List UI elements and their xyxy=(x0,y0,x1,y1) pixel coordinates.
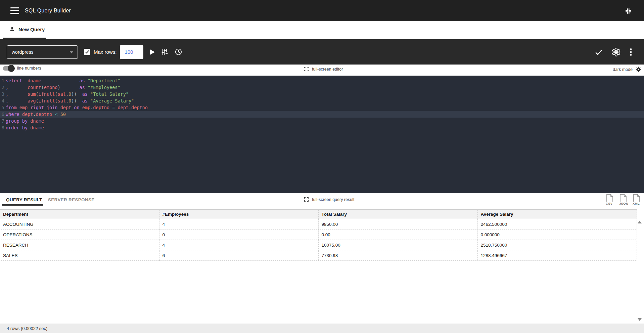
export-xml-button[interactable]: XML xyxy=(633,194,641,205)
line-number: 8 xyxy=(0,124,4,131)
table-row[interactable]: OPERATIONS00.000.000000 xyxy=(0,230,637,240)
database-select-value: wordpress xyxy=(12,49,34,55)
tab-query-result[interactable]: QUERY RESULT xyxy=(6,197,42,202)
kebab-menu-icon xyxy=(630,48,632,56)
run-query-button[interactable] xyxy=(150,49,155,55)
line-number: 3 xyxy=(0,91,4,97)
scroll-down-arrow[interactable] xyxy=(638,318,642,321)
checkmark-icon xyxy=(85,49,90,54)
active-results-tab-indicator xyxy=(2,204,43,206)
toggle-track xyxy=(3,66,14,71)
compress-window-icon[interactable] xyxy=(625,7,632,15)
row-count-status: 4 rows (0.00022 sec) xyxy=(7,326,47,331)
column-header[interactable]: Department xyxy=(0,210,159,219)
code-line[interactable]: 5from emp right join dept on emp.deptno … xyxy=(0,104,644,111)
line-numbers-toggle[interactable]: line numbers xyxy=(3,66,41,71)
menu-icon[interactable] xyxy=(10,7,19,14)
table-row[interactable]: SALES67730.981288.496667 xyxy=(0,250,637,261)
line-number: 7 xyxy=(0,118,4,124)
fullscreen-results-button[interactable]: full-screen query result xyxy=(304,197,354,202)
line-number: 6 xyxy=(0,111,4,118)
table-cell: 0.000000 xyxy=(477,230,637,240)
user-icon xyxy=(9,26,15,32)
max-rows-input[interactable] xyxy=(120,45,143,59)
max-rows-label: Max rows: xyxy=(94,49,117,55)
scroll-up-arrow[interactable] xyxy=(638,221,642,223)
code-text: , avg(ifnull(sal,0)) as "Average Salary" xyxy=(6,97,134,104)
code-lines: 1select dname as "Department"2, count(em… xyxy=(0,77,644,131)
query-result-table: Department#EmployeesTotal SalaryAverage … xyxy=(0,209,637,261)
gear-icon xyxy=(635,66,642,73)
ai-assistant-button[interactable] xyxy=(611,47,621,57)
code-text: , sum(ifnull(sal,0)) as "Total Salary" xyxy=(6,91,129,97)
code-line[interactable]: 3, sum(ifnull(sal,0)) as "Total Salary" xyxy=(0,91,644,97)
export-csv-label: CSV xyxy=(605,202,613,205)
toolbar-right-group xyxy=(594,39,644,65)
table-cell: 9850.00 xyxy=(318,219,477,230)
table-header-row: Department#EmployeesTotal SalaryAverage … xyxy=(0,210,637,219)
table-cell: ACCOUNTING xyxy=(0,219,159,230)
code-line[interactable]: 8order by dname xyxy=(0,124,644,131)
query-history-button[interactable] xyxy=(175,48,182,56)
code-text: order by dname xyxy=(6,124,44,131)
max-rows-checkbox[interactable] xyxy=(84,49,90,55)
table-cell: SALES xyxy=(0,250,159,261)
line-number: 4 xyxy=(0,97,4,104)
code-text: where dept.deptno < 50 xyxy=(6,111,66,118)
code-line[interactable]: 7group by dname xyxy=(0,118,644,124)
export-json-button[interactable]: JSON xyxy=(619,194,628,205)
line-number: 1 xyxy=(0,77,4,84)
code-text: from emp right join dept on emp.deptno =… xyxy=(6,104,148,111)
validate-query-button[interactable] xyxy=(594,48,603,56)
line-number: 2 xyxy=(0,84,4,91)
line-number: 5 xyxy=(0,104,4,111)
export-json-label: JSON xyxy=(619,202,629,205)
table-cell: OPERATIONS xyxy=(0,230,159,240)
tab-label: New Query xyxy=(18,27,45,32)
column-header[interactable]: Total Salary xyxy=(318,210,477,219)
database-select[interactable]: wordpress xyxy=(7,45,78,59)
results-bar: QUERY RESULT SERVER RESPONSE full-screen… xyxy=(0,193,644,209)
tab-new-query[interactable]: New Query xyxy=(9,26,45,32)
code-line[interactable]: 2, count(empno) as "#Employees" xyxy=(0,84,644,91)
export-csv-button[interactable]: CSV xyxy=(606,194,614,205)
code-text: select dname as "Department" xyxy=(6,77,120,84)
query-toolbar: wordpress Max rows: xyxy=(0,39,644,65)
active-tab-indicator xyxy=(3,38,46,39)
column-header[interactable]: #Employees xyxy=(159,210,318,219)
more-options-button[interactable] xyxy=(630,48,632,56)
expand-icon xyxy=(304,197,309,202)
check-icon xyxy=(594,48,603,56)
tab-bar: New Query xyxy=(0,21,644,39)
line-numbers-label: line numbers xyxy=(17,66,41,71)
app-title: SQL Query Builder xyxy=(25,8,71,14)
tab-server-response[interactable]: SERVER RESPONSE xyxy=(48,197,95,202)
code-line[interactable]: 6where dept.deptno < 50 xyxy=(0,111,644,118)
export-buttons: CSV JSON XML xyxy=(606,194,641,205)
table-row[interactable]: RESEARCH410075.002518.750000 xyxy=(0,240,637,250)
table-cell: 10075.00 xyxy=(318,240,477,250)
table-cell: 1288.496667 xyxy=(477,250,637,261)
expand-icon xyxy=(304,67,309,72)
toggle-knob xyxy=(8,65,15,72)
tune-icon xyxy=(161,48,169,56)
fullscreen-results-label: full-screen query result xyxy=(312,197,354,202)
code-line[interactable]: 1select dname as "Department" xyxy=(0,77,644,84)
table-cell: RESEARCH xyxy=(0,240,159,250)
table-body: ACCOUNTING49850.002462.500000OPERATIONS0… xyxy=(0,219,637,261)
column-header[interactable]: Average Salary xyxy=(477,210,637,219)
app-header: SQL Query Builder xyxy=(0,0,644,21)
table-cell: 7730.98 xyxy=(318,250,477,261)
chevron-down-icon xyxy=(70,51,73,53)
fullscreen-editor-button[interactable]: full-screen editor xyxy=(304,67,343,72)
clock-icon xyxy=(175,48,182,56)
tune-settings-button[interactable] xyxy=(161,48,169,56)
code-line[interactable]: 4, avg(ifnull(sal,0)) as "Average Salary… xyxy=(0,97,644,104)
table-cell: 2462.500000 xyxy=(477,219,637,230)
table-row[interactable]: ACCOUNTING49850.002462.500000 xyxy=(0,219,637,230)
sql-code-editor[interactable]: 1select dname as "Department"2, count(em… xyxy=(0,76,644,193)
openai-icon xyxy=(611,47,621,57)
editor-control-bar: line numbers full-screen editor dark mod… xyxy=(0,65,644,76)
code-text: group by dname xyxy=(6,118,44,124)
dark-mode-button[interactable]: dark mode xyxy=(613,66,642,73)
